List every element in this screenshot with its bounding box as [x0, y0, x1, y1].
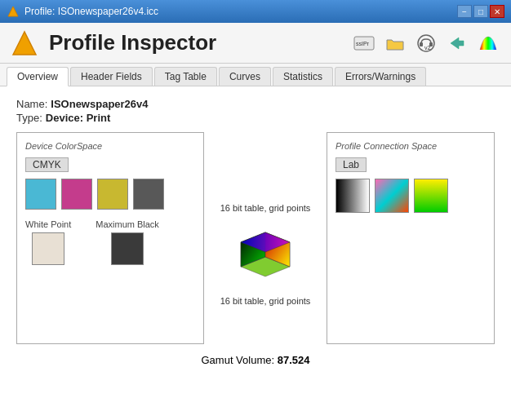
magenta-swatch — [61, 179, 92, 210]
cyan-swatch — [25, 179, 56, 210]
validate-button[interactable]: v2 — [413, 30, 439, 56]
minimize-button[interactable]: − — [457, 5, 472, 18]
profile-type-row: Type: Device: Print — [16, 112, 495, 124]
pcs-box: Profile Connection Space Lab — [327, 132, 495, 344]
convert-button[interactable] — [444, 30, 470, 56]
svg-marker-8 — [451, 38, 464, 49]
device-colorspace-box: Device ColorSpace CMYK White Point Maxim… — [16, 132, 204, 344]
lut-line2: 16 bit table, grid points — [220, 296, 311, 306]
tab-curves[interactable]: Curves — [219, 67, 271, 86]
device-colorspace-label: Device ColorSpace — [25, 141, 195, 151]
lab-swatches — [335, 179, 486, 213]
spectrum-button[interactable] — [475, 30, 501, 56]
svg-text:ssIPr: ssIPr — [356, 41, 370, 46]
bw-swatch — [335, 179, 370, 213]
window-buttons: − □ ✕ — [457, 5, 504, 18]
max-black-swatch — [111, 232, 144, 265]
title-bar: Profile: ISOnewspaper26v4.icc − □ ✕ — [0, 0, 511, 23]
white-black-row: White Point Maximum Black — [25, 219, 195, 265]
color-cube — [237, 226, 294, 283]
app-logo-icon — [10, 29, 39, 58]
gamut-label: Gamut Volume: — [202, 354, 275, 366]
max-black-label: Maximum Black — [96, 219, 159, 229]
type-label: Type: — [16, 112, 42, 124]
maximize-button[interactable]: □ — [473, 5, 488, 18]
tab-tag-table[interactable]: Tag Table — [154, 67, 217, 86]
tab-overview[interactable]: Overview — [7, 67, 69, 86]
name-label: Name: — [16, 98, 47, 110]
color-cube-svg — [237, 226, 294, 283]
svg-marker-0 — [8, 7, 18, 16]
gamut-row: Gamut Volume: 87.524 — [16, 354, 495, 366]
yellow-swatch — [97, 179, 128, 210]
profile-type-value: Device: Print — [46, 112, 110, 124]
tab-errors-warnings[interactable]: Errors/Warnings — [335, 67, 426, 86]
toolbar: Profile Inspector ssIPr v2 — [0, 23, 511, 64]
app-title-area: Profile Inspector — [10, 29, 216, 58]
app-title: Profile Inspector — [49, 30, 216, 55]
tab-header-fields[interactable]: Header Fields — [70, 67, 153, 86]
profile-name-value: ISOnewspaper26v4 — [51, 98, 148, 110]
window-title: Profile: ISOnewspaper26v4.icc — [24, 6, 158, 17]
lut-line1: 16 bit table, grid points — [220, 203, 311, 213]
tab-statistics[interactable]: Statistics — [273, 67, 333, 86]
cmyk-swatches — [25, 179, 195, 210]
yellow-green-swatch — [414, 179, 448, 213]
cmyk-tag: CMYK — [25, 157, 69, 172]
svg-text:v2: v2 — [424, 45, 431, 51]
svg-marker-1 — [13, 32, 36, 55]
profile-name-row: Name: ISOnewspaper26v4 — [16, 98, 495, 110]
color-spaces-row: Device ColorSpace CMYK White Point Maxim… — [16, 132, 495, 344]
pcs-label: Profile Connection Space — [335, 141, 486, 151]
svg-rect-5 — [420, 42, 423, 46]
title-bar-left: Profile: ISOnewspaper26v4.icc — [7, 5, 158, 18]
close-button[interactable]: ✕ — [490, 5, 504, 18]
max-black-item: Maximum Black — [96, 219, 159, 265]
lut-info-section: 16 bit table, grid points — [212, 132, 318, 344]
app-icon — [7, 5, 20, 18]
gamut-value: 87.524 — [278, 354, 310, 366]
content-area: Name: ISOnewspaper26v4 Type: Device: Pri… — [0, 86, 511, 420]
toolbar-icon-group: ssIPr v2 — [351, 30, 501, 56]
multicolor-swatch — [375, 179, 409, 213]
black-swatch — [133, 179, 164, 210]
white-point-item: White Point — [25, 219, 71, 265]
tabs-bar: Overview Header Fields Tag Table Curves … — [0, 64, 511, 86]
profile-info: Name: ISOnewspaper26v4 Type: Device: Pri… — [16, 98, 495, 124]
white-point-label: White Point — [25, 219, 71, 229]
lab-tag: Lab — [335, 157, 367, 172]
ss-ipr-button[interactable]: ssIPr — [351, 30, 377, 56]
open-file-button[interactable] — [382, 30, 408, 56]
white-point-swatch — [32, 232, 64, 265]
